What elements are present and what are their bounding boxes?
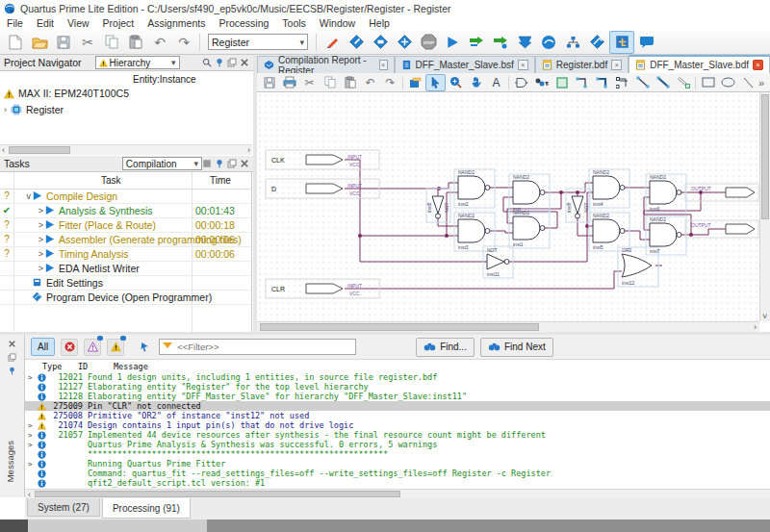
project-navigator-hscrollbar[interactable]: ‹ ›: [0, 144, 252, 155]
message-row[interactable]: qfit2_default_script.tcl version: #1: [25, 478, 770, 488]
task-row-fitter-place-route-[interactable]: ?>Fitter (Place & Route)00:00:18: [0, 217, 252, 233]
expand-icon[interactable]: >: [13, 220, 43, 230]
menu-item-view[interactable]: View: [61, 17, 96, 29]
message-row[interactable]: 12127Elaborating entity "Register" for t…: [25, 382, 770, 392]
settings-diamond-button[interactable]: [345, 32, 368, 53]
menu-item-edit[interactable]: Edit: [30, 17, 61, 29]
filter-input[interactable]: [159, 339, 356, 355]
cut-button[interactable]: ✂: [76, 32, 99, 53]
pin-planner-button[interactable]: [369, 32, 392, 53]
scroll-left-arrow[interactable]: ‹: [2, 145, 5, 155]
task-row-program-device-open-programmer-[interactable]: Program Device (Open Programmer): [0, 290, 252, 305]
menu-item-processing[interactable]: Processing: [212, 17, 275, 29]
tasks-flow-combobox[interactable]: Compilation ▾: [122, 157, 202, 170]
filter-all-button[interactable]: All: [31, 338, 55, 356]
selection-tool-button[interactable]: [425, 74, 446, 91]
copy-button[interactable]: [320, 74, 340, 91]
message-row[interactable]: ****************************************…: [25, 449, 770, 459]
programmer-button[interactable]: [585, 32, 608, 53]
orthogonal-conduit-tool-button[interactable]: [612, 74, 632, 91]
scroll-down-arrow[interactable]: ˅: [762, 312, 767, 321]
expand-icon[interactable]: >: [25, 431, 38, 440]
messages-tab-system-27-[interactable]: System (27): [27, 498, 100, 517]
scroll-left-arrow[interactable]: ‹: [28, 490, 31, 499]
filter-warnings-button[interactable]: [107, 339, 124, 356]
float-icon[interactable]: [227, 58, 237, 67]
start-analysis-button[interactable]: [465, 32, 488, 53]
save-button[interactable]: [259, 74, 279, 91]
entity-row[interactable]: › Register: [4, 104, 64, 115]
expand-icon[interactable]: >: [13, 249, 43, 259]
navigator-mode-combobox[interactable]: Hierarchy ▾: [95, 56, 180, 69]
expand-icon[interactable]: >: [13, 264, 43, 273]
undo-button[interactable]: ↶: [148, 32, 171, 53]
cut-button[interactable]: ✂: [299, 74, 320, 91]
scrollbar-thumb[interactable]: [9, 146, 70, 154]
close-icon[interactable]: [240, 58, 249, 67]
line-tool-button[interactable]: [738, 74, 758, 91]
redo-button[interactable]: ↷: [172, 32, 195, 53]
scroll-right-arrow[interactable]: ›: [247, 145, 250, 155]
filter-critical-warnings-button[interactable]: [84, 339, 101, 356]
pin-tool-button[interactable]: [552, 74, 572, 91]
pin-icon[interactable]: [215, 159, 224, 168]
block-tool-button[interactable]: [531, 74, 552, 91]
scroll-right-arrow[interactable]: ›: [754, 322, 757, 332]
find-button[interactable]: Find...: [416, 338, 475, 357]
hierarchy-button[interactable]: [561, 32, 584, 53]
orthogonal-node-tool-button[interactable]: [572, 74, 592, 91]
redo-button[interactable]: ↷: [380, 74, 400, 91]
expand-icon[interactable]: v: [13, 191, 31, 201]
close-icon[interactable]: [240, 159, 249, 168]
stop-task-icon[interactable]: [202, 159, 212, 168]
canvas-hscrollbar[interactable]: ›: [257, 321, 759, 332]
tab-compilation-report-register[interactable]: Compilation Report - Register×: [257, 56, 395, 73]
menu-item-help[interactable]: Help: [362, 17, 397, 29]
messages-hscrollbar[interactable]: ‹: [25, 489, 770, 498]
float-icon[interactable]: [8, 353, 16, 362]
start-compilation-button[interactable]: [441, 32, 464, 53]
expand-icon[interactable]: ›: [4, 105, 7, 114]
schematic-canvas[interactable]: CLK INPUT VCC D INPUT VCC CLR INPUT VCC …: [257, 92, 759, 321]
pin-icon[interactable]: [215, 58, 224, 67]
find-next-button[interactable]: Find Next: [480, 338, 553, 357]
messages-tab-processing-91-[interactable]: Processing (91): [102, 498, 191, 519]
copy-button[interactable]: [100, 32, 123, 53]
scrollbar-thumb[interactable]: [35, 491, 400, 497]
task-row-assembler-generate-programming-files-[interactable]: ?>Assembler (Generate programming files)…: [0, 232, 252, 247]
orthogonal-bus-tool-button[interactable]: [592, 74, 612, 91]
message-row[interactable]: 275009Pin "CLR" not connected: [25, 401, 770, 411]
save-button[interactable]: [52, 32, 75, 53]
settings-pencil-button[interactable]: [321, 32, 344, 53]
task-row-edit-settings[interactable]: Edit Settings: [0, 275, 252, 291]
task-row-compile-design[interactable]: ?vCompile Design: [0, 189, 252, 204]
task-row-analysis-synthesis[interactable]: ✔>Analysis & Synthesis00:01:43: [0, 203, 252, 218]
menu-item-assignments[interactable]: Assignments: [141, 17, 212, 29]
rectangle-tool-button[interactable]: [698, 74, 718, 91]
paste-button[interactable]: [340, 74, 360, 91]
filter-flag-button[interactable]: [136, 339, 153, 356]
menu-item-tools[interactable]: Tools: [275, 17, 313, 29]
netlist-viewer-button[interactable]: [513, 32, 536, 53]
feedback-button[interactable]: [635, 32, 658, 53]
task-row-eda-netlist-writer[interactable]: >EDA Netlist Writer: [0, 261, 252, 276]
expand-icon[interactable]: >: [13, 235, 43, 244]
pin-icon[interactable]: [8, 367, 16, 375]
expand-icon[interactable]: >: [25, 441, 38, 449]
menu-item-window[interactable]: Window: [313, 17, 362, 29]
menu-item-file[interactable]: File: [0, 17, 30, 29]
message-row[interactable]: >12021Found 1 design units, including 1 …: [25, 372, 770, 382]
close-icon[interactable]: ×: [379, 60, 388, 70]
float-icon[interactable]: [227, 159, 237, 168]
message-row[interactable]: Command: quartus_fit --read_settings_fil…: [25, 469, 770, 478]
message-row[interactable]: >Quartus Prime Analysis & Synthesis was …: [25, 440, 770, 449]
zoom-tool-button[interactable]: [446, 74, 466, 91]
stop-button[interactable]: STOP: [417, 32, 440, 53]
device-row[interactable]: MAX II: EPM240T100C5: [4, 88, 129, 99]
message-row[interactable]: >Running Quartus Prime Fitter: [25, 459, 770, 469]
hand-tool-button[interactable]: [466, 74, 486, 91]
expand-icon[interactable]: >: [25, 373, 38, 382]
close-icon[interactable]: ×: [611, 60, 622, 70]
canvas-vscrollbar[interactable]: ˅: [759, 92, 770, 321]
close-icon[interactable]: [8, 340, 16, 348]
